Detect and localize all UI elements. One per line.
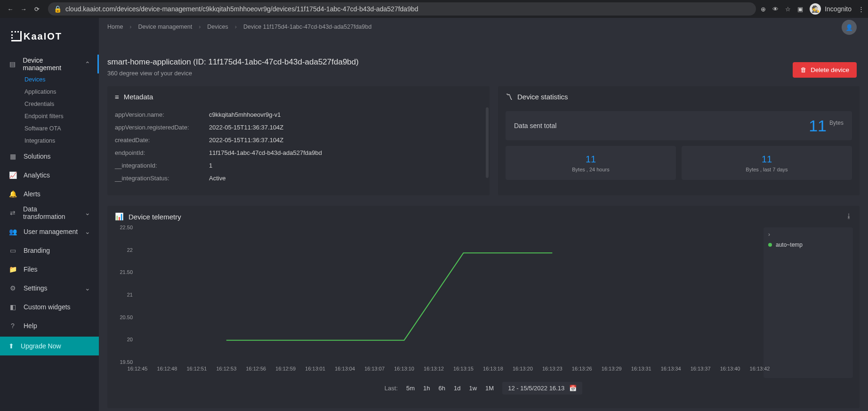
nav-settings[interactable]: ⚙Settings⌄: [0, 279, 99, 298]
eye-off-icon[interactable]: 👁: [772, 6, 779, 13]
chevron-right-icon: ›: [235, 24, 237, 30]
range-6h[interactable]: 6h: [439, 385, 445, 392]
reload-icon[interactable]: ⟳: [30, 2, 43, 16]
delete-label: Delete device: [811, 66, 849, 73]
meta-value: c9kkqitah5mhhoeovr9g-v1: [209, 111, 281, 118]
nav-sub-integrations[interactable]: Integrations: [0, 135, 99, 147]
bell-icon: 🔔: [8, 190, 17, 198]
upgrade-label: Upgrade Now: [21, 342, 61, 350]
meta-row: appVersion.registeredDate:2022-05-15T11:…: [115, 121, 482, 134]
breadcrumb: Home› Device management› Devices› Device…: [107, 24, 371, 35]
page-subtitle: 360 degree view of your device: [107, 70, 359, 77]
folder-icon: 📁: [8, 266, 17, 273]
back-icon[interactable]: ←: [4, 2, 17, 16]
legend-item[interactable]: auto~temp: [768, 242, 848, 248]
nav-sub-credentials[interactable]: Credentials: [0, 98, 99, 110]
date-range-picker[interactable]: 12 - 15/5/2022 16.13 📅: [502, 382, 582, 395]
calendar-icon: 📅: [569, 385, 577, 392]
chevron-down-icon: ⌄: [85, 284, 90, 292]
chevron-up-icon: ⌃: [85, 60, 90, 68]
page-title: smart-home-application (ID: 11f175d4-1ab…: [107, 57, 359, 67]
avatar[interactable]: 👤: [842, 20, 857, 35]
upgrade-button[interactable]: ⬆Upgrade Now: [0, 337, 99, 355]
range-1h[interactable]: 1h: [423, 385, 430, 392]
menu-dots-icon[interactable]: ⋮: [858, 6, 864, 13]
meta-value: 2022-05-15T11:36:37.104Z: [209, 124, 283, 131]
nav-analytics[interactable]: 📈Analytics: [0, 166, 99, 185]
analytics-icon: 📈: [8, 171, 17, 179]
chevron-down-icon: ⌄: [85, 209, 90, 217]
nav-sub-devices[interactable]: Devices: [0, 73, 99, 86]
meta-key: appVersion.name:: [115, 111, 209, 118]
y-axis-labels: 19.502020.502121.502222.50: [111, 227, 136, 362]
device-telemetry-card: 📊Device telemetry ⭳ 19.502020.502121.502…: [107, 206, 860, 408]
nav-alerts[interactable]: 🔔Alerts: [0, 185, 99, 203]
logo-text: KaaIOT: [24, 31, 62, 42]
nav-label: Alerts: [24, 190, 40, 198]
nav-user-management[interactable]: 👥User management⌄: [0, 222, 99, 241]
metadata-body: appVersion.name:c9kkqitah5mhhoeovr9g-v1 …: [107, 107, 490, 185]
crumb-home[interactable]: Home: [107, 24, 123, 30]
meta-row: createdDate:2022-05-15T11:36:37.104Z: [115, 134, 482, 146]
nav-label: Settings: [24, 284, 48, 292]
range-5m[interactable]: 5m: [406, 385, 415, 392]
nav-sub-software-ota[interactable]: Software OTA: [0, 122, 99, 135]
range-1M[interactable]: 1M: [485, 385, 494, 392]
nav-label: Files: [24, 266, 38, 273]
chevron-right-icon: ›: [129, 24, 131, 30]
nav-label: Branding: [24, 247, 50, 254]
nav-data-transformation[interactable]: ⇄Data transformation⌄: [0, 203, 99, 222]
nav-label: User management: [24, 228, 78, 235]
meta-key: __integrationStatus:: [115, 175, 209, 182]
plot-area: [137, 231, 760, 362]
nav-device-management[interactable]: ▤ Device management ⌃: [0, 55, 99, 73]
users-icon: 👥: [8, 228, 17, 235]
stats-icon: 〽: [506, 93, 513, 101]
star-icon[interactable]: ☆: [785, 6, 791, 13]
incognito-badge: 🕵 Incognito: [810, 3, 852, 15]
nav-sub-applications[interactable]: Applications: [0, 86, 99, 98]
stats-title: Device statistics: [517, 93, 568, 101]
gear-icon: ⚙: [8, 284, 17, 292]
browser-bar: ← → ⟳ 🔒 cloud.kaaiot.com/devices/device-…: [0, 0, 868, 18]
crumb-devices[interactable]: Devices: [207, 24, 228, 30]
main: Home› Device management› Devices› Device…: [99, 18, 868, 411]
url-bar[interactable]: 🔒 cloud.kaaiot.com/devices/device-manage…: [48, 2, 756, 16]
panel-icon[interactable]: ▣: [797, 6, 803, 13]
logo[interactable]: KaaIOT: [0, 18, 99, 55]
nav-help[interactable]: ?Help: [0, 316, 99, 335]
chevron-down-icon: ⌄: [85, 228, 90, 235]
zoom-icon[interactable]: ⊕: [761, 6, 766, 13]
stat-value: 11: [586, 154, 596, 165]
crumb-device-management[interactable]: Device management: [138, 24, 193, 30]
lock-icon: 🔒: [54, 5, 62, 13]
meta-row: __integrationStatus:Active: [115, 172, 482, 185]
nav-solutions[interactable]: ▦Solutions: [0, 147, 99, 166]
nav-sub-endpoint-filters[interactable]: Endpoint filters: [0, 110, 99, 122]
time-range-bar: Last: 5m 1h 6h 1d 1w 1M 12 - 15/5/2022 1…: [107, 382, 860, 395]
meta-row: __integrationId:1: [115, 159, 482, 172]
incognito-label: Incognito: [825, 5, 852, 13]
download-icon[interactable]: ⭳: [846, 212, 852, 219]
nav-custom-widgets[interactable]: ◧Custom widgets: [0, 298, 99, 316]
nav-files[interactable]: 📁Files: [0, 260, 99, 279]
nav-branding[interactable]: ▭Branding: [0, 241, 99, 260]
page-header: smart-home-application (ID: 11f175d4-1ab…: [99, 53, 868, 82]
scrollbar[interactable]: [486, 107, 489, 178]
stat-label: Bytes , 24 hours: [572, 167, 610, 172]
meta-key: __integrationId:: [115, 162, 209, 169]
crumb-device: Device 11f175d4-1abc-47cd-b43d-ada527fda…: [243, 24, 371, 30]
telemetry-title: Device telemetry: [129, 213, 181, 221]
range-1w[interactable]: 1w: [469, 385, 477, 392]
sidebar: KaaIOT ▤ Device management ⌃ Devices App…: [0, 18, 99, 411]
chevron-right-icon[interactable]: ›: [768, 231, 848, 238]
telemetry-chart: 19.502020.502121.502222.50 16:12:4516:12…: [111, 227, 764, 378]
delete-device-button[interactable]: 🗑 Delete device: [793, 62, 857, 78]
range-1d[interactable]: 1d: [454, 385, 460, 392]
forward-icon[interactable]: →: [17, 2, 30, 16]
date-range-text: 12 - 15/5/2022 16.13: [508, 385, 564, 392]
stat-7d: 11 Bytes , last 7 days: [682, 146, 852, 180]
meta-row: appVersion.name:c9kkqitah5mhhoeovr9g-v1: [115, 108, 482, 121]
chart-legend: › auto~temp: [764, 227, 853, 378]
legend-color-dot: [768, 243, 772, 247]
